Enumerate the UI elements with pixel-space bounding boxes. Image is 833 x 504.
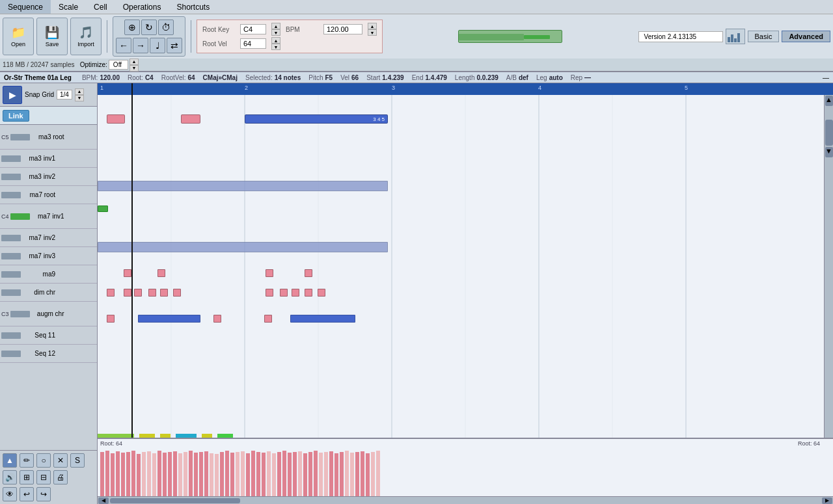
note-ma9-3 (266, 269, 273, 277)
root-vel-up[interactable]: ▲ (271, 37, 280, 44)
pencil-tool[interactable]: ✏ (20, 453, 34, 468)
import-button[interactable]: 🎵 Import (70, 18, 102, 55)
scale-btn-6[interactable]: ♩ (150, 38, 165, 53)
timeline-header: 1 2 3 4 5 (98, 83, 833, 95)
optimize-up[interactable]: ▲ (130, 59, 139, 65)
svg-rect-13 (111, 453, 115, 496)
scale-btn-5[interactable]: → (133, 38, 148, 53)
svg-rect-12 (105, 451, 109, 496)
open-button[interactable]: 📁 Open (3, 18, 34, 55)
scroll-right-btn[interactable]: ▶ (822, 497, 832, 504)
length-param-value: 0.0.239 (476, 74, 498, 81)
svg-rect-57 (340, 452, 344, 496)
note-dimchr-8 (280, 289, 288, 297)
track-bar-augm-chr (10, 311, 30, 317)
note-ma7inv3-bar (98, 242, 388, 252)
minimap-waveform (459, 31, 562, 43)
scale-btn-3[interactable]: ⏱ (158, 20, 174, 35)
snap-grid-label: Snap Grid (25, 91, 54, 98)
optimize-value[interactable]: Off (109, 60, 128, 70)
svg-rect-41 (256, 452, 260, 496)
root-key-up[interactable]: ▲ (271, 23, 280, 29)
svg-rect-31 (204, 451, 208, 496)
scale-btn-1[interactable]: ⊕ (124, 20, 140, 35)
minus-tool[interactable]: ⊟ (36, 470, 51, 484)
print-tool[interactable]: 🖨 (53, 470, 68, 484)
scroll-left-btn[interactable]: ◀ (98, 497, 109, 504)
root-vel-value[interactable]: 64 (240, 38, 266, 49)
erase-tool[interactable]: ○ (36, 453, 51, 468)
note-dimchr-3 (134, 289, 142, 297)
bpm-spinner[interactable]: ▲ ▼ (368, 23, 377, 36)
grid-tool[interactable]: ⊞ (20, 470, 34, 484)
bpm-down[interactable]: ▼ (368, 29, 377, 36)
snap-grid-up[interactable]: ▲ (75, 88, 84, 95)
menu-scale[interactable]: Scale (51, 0, 86, 14)
root-vel-spinner[interactable]: ▲ ▼ (271, 37, 280, 50)
optimize-spinner[interactable]: ▲ ▼ (130, 59, 139, 72)
bpm-value[interactable]: 120.00 (323, 24, 362, 34)
scroll-h-thumb[interactable] (110, 498, 240, 503)
root-key-down[interactable]: ▼ (271, 29, 280, 36)
svg-rect-42 (262, 453, 266, 496)
scale-btn-7[interactable]: ⇄ (167, 38, 182, 53)
eye-tool[interactable]: 👁 (3, 487, 17, 501)
track-bar-ma7-root (1, 192, 21, 198)
scale-btn-2[interactable]: ↻ (141, 20, 157, 35)
note-augmchr-pink2 (213, 315, 221, 323)
root-vel-down[interactable]: ▼ (271, 44, 280, 50)
menu-operations[interactable]: Operations (115, 0, 169, 14)
bottom-tools: ▲ ✏ ○ ✕ S 🔊 ⊞ ⊟ 🖨 👁 ↩ ↪ (0, 450, 97, 504)
snap-grid-down[interactable]: ▼ (75, 95, 84, 101)
play-button[interactable]: ▶ (3, 86, 22, 104)
track-row-ma3-inv1: ma3 inv1 (0, 150, 97, 168)
link-button[interactable]: Link (3, 110, 29, 122)
length-param: Length 0.0.239 (455, 74, 498, 81)
snap-tool[interactable]: S (70, 453, 85, 468)
chart-icon[interactable] (726, 29, 745, 44)
scroll-down-btn[interactable]: ▼ (825, 147, 833, 157)
scroll-up-btn[interactable]: ▲ (825, 96, 833, 106)
track-row-augm-chr: C3 augm chr (0, 302, 97, 326)
start-param-value: 1.4.239 (382, 74, 403, 81)
menu-shortcuts[interactable]: Shortcuts (169, 0, 217, 14)
scrollbar-horizontal[interactable]: ◀ ▶ (98, 496, 833, 504)
speaker-tool[interactable]: 🔊 (3, 470, 17, 484)
root-key-value[interactable]: C4 (240, 24, 266, 34)
bpm-up[interactable]: ▲ (368, 23, 377, 29)
note-dimchr-7 (266, 289, 273, 297)
scale-btn-4[interactable]: ← (116, 38, 131, 53)
svg-rect-48 (293, 452, 297, 496)
svg-rect-53 (319, 453, 323, 496)
basic-button[interactable]: Basic (748, 31, 780, 42)
svg-rect-24 (168, 452, 172, 496)
pitch-param: Pitch F5 (308, 74, 333, 81)
track-row-ma7-root: ma7 root (0, 186, 97, 204)
svg-rect-49 (298, 451, 302, 496)
select-tool[interactable]: ▲ (3, 453, 17, 468)
svg-rect-25 (173, 451, 177, 496)
svg-rect-19 (142, 452, 146, 496)
selected-param-value: 14 notes (275, 74, 301, 81)
root-key-spinner[interactable]: ▲ ▼ (271, 23, 280, 36)
redo-tool[interactable]: ↪ (36, 487, 51, 501)
scroll-v-thumb[interactable] (825, 120, 833, 146)
svg-rect-61 (361, 451, 364, 496)
track-bar-seq12 (1, 351, 21, 357)
piano-roll-tracks[interactable]: 3 4 5 (98, 95, 833, 438)
menu-sequence[interactable]: Sequence (0, 0, 51, 14)
optimize-down[interactable]: ▼ (130, 65, 139, 72)
advanced-button[interactable]: Advanced (782, 31, 830, 42)
snap-grid-value[interactable]: 1/4 (57, 90, 72, 99)
delete-tool[interactable]: ✕ (53, 453, 68, 468)
undo-tool[interactable]: ↩ (20, 487, 34, 501)
menu-cell[interactable]: Cell (86, 0, 115, 14)
snap-grid-spinner[interactable]: ▲ ▼ (75, 88, 84, 101)
svg-rect-43 (267, 451, 271, 496)
leg-param: Leg auto (536, 74, 563, 81)
svg-rect-33 (215, 454, 219, 496)
rep-param-value: — (584, 74, 591, 81)
scrollbar-vertical[interactable]: ▲ ▼ (824, 95, 833, 438)
note-ma3root-2 (181, 114, 200, 124)
save-button[interactable]: 💾 Save (36, 18, 68, 55)
